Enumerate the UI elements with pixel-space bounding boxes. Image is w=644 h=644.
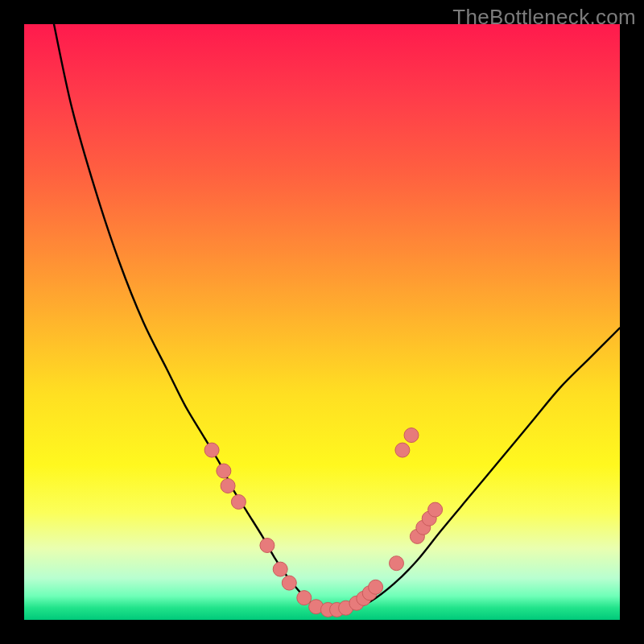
chart-frame: TheBottleneck.com <box>0 0 644 644</box>
marker-group <box>204 428 442 617</box>
data-marker <box>390 556 404 571</box>
data-marker <box>204 443 219 457</box>
data-marker <box>428 502 443 517</box>
data-marker <box>395 443 410 457</box>
data-marker <box>221 479 235 493</box>
plot-area <box>24 24 620 620</box>
chart-svg <box>24 24 620 620</box>
data-marker <box>231 494 246 509</box>
data-marker <box>282 576 296 590</box>
data-marker <box>404 428 419 443</box>
bottleneck-curve <box>54 24 620 611</box>
data-marker <box>297 591 312 605</box>
data-marker <box>369 580 383 594</box>
data-marker <box>217 464 231 478</box>
data-marker <box>273 562 287 576</box>
data-marker <box>260 539 275 553</box>
